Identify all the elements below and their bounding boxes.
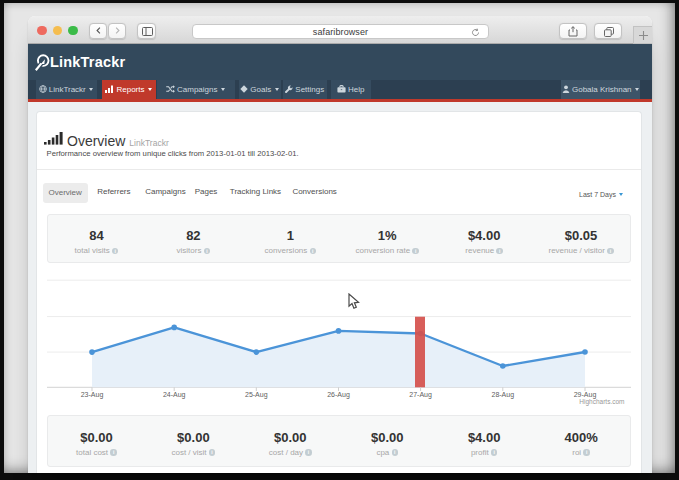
svg-text:24-Aug: 24-Aug	[163, 391, 186, 399]
svg-text:28-Aug: 28-Aug	[492, 391, 515, 399]
svg-text:25-Aug: 25-Aug	[245, 391, 268, 399]
svg-text:27-Aug: 27-Aug	[409, 391, 432, 399]
svg-text:Highcharts.com: Highcharts.com	[579, 398, 624, 406]
svg-text:23-Aug: 23-Aug	[81, 391, 104, 399]
svg-text:26-Aug: 26-Aug	[327, 391, 350, 399]
